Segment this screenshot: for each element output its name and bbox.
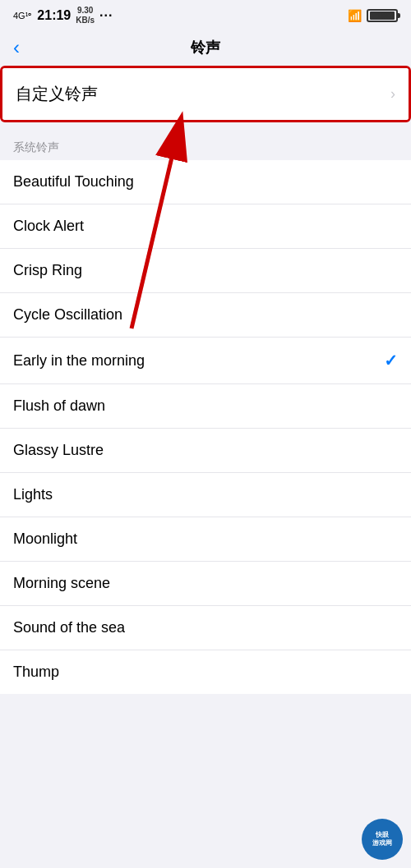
ringtone-name: Beautiful Touching xyxy=(13,173,134,191)
back-button[interactable]: ‹ xyxy=(13,36,20,59)
ringtone-name: Glassy Lustre xyxy=(13,442,104,459)
ringtone-item-sound-of-sea[interactable]: Sound of the sea xyxy=(0,606,411,650)
page-title: 铃声 xyxy=(191,38,220,57)
ringtone-name: Clock Alert xyxy=(13,218,84,235)
ringtone-name: Lights xyxy=(13,486,53,503)
selected-checkmark: ✓ xyxy=(384,351,398,370)
chevron-right-icon: › xyxy=(390,85,395,103)
ringtone-item-morning-scene[interactable]: Morning scene xyxy=(0,562,411,606)
ringtone-item-flush-of-dawn[interactable]: Flush of dawn xyxy=(0,384,411,429)
ringtone-name: Crisp Ring xyxy=(13,262,82,279)
ringtone-item-lights[interactable]: Lights xyxy=(0,473,411,517)
status-right-icons: 📶 100 xyxy=(348,9,398,22)
ringtone-name: Thump xyxy=(13,664,59,681)
watermark: 快眼游戏网 xyxy=(362,819,403,860)
wifi-icon: 📶 xyxy=(348,9,362,22)
custom-ringtone-section: 自定义铃声 › xyxy=(0,66,411,122)
ringtone-item-cycle-oscillation[interactable]: Cycle Oscillation xyxy=(0,293,411,338)
annotation-arrow xyxy=(0,0,411,868)
battery-indicator: 100 xyxy=(367,9,398,22)
ringtone-name: Morning scene xyxy=(13,575,110,592)
ringtone-name: Cycle Oscillation xyxy=(13,306,122,324)
time-display: 21:19 xyxy=(37,8,71,23)
svg-line-1 xyxy=(132,119,181,328)
network-indicator: 4G¹ᵒ xyxy=(13,11,32,21)
ringtone-item-clock-alert[interactable]: Clock Alert xyxy=(0,204,411,249)
ringtone-item-moonlight[interactable]: Moonlight xyxy=(0,517,411,562)
network-speed: 9.30KB/s xyxy=(76,6,95,25)
ringtone-list: Beautiful Touching Clock Alert Crisp Rin… xyxy=(0,160,411,694)
ringtone-name: Flush of dawn xyxy=(13,397,105,415)
ringtone-item-thump[interactable]: Thump xyxy=(0,650,411,694)
status-bar: 4G¹ᵒ 21:19 9.30KB/s ··· 📶 100 xyxy=(0,0,411,30)
ringtone-name: Moonlight xyxy=(13,530,77,548)
status-dots: ··· xyxy=(99,8,113,23)
navigation-bar: ‹ 铃声 xyxy=(0,30,411,66)
system-section-label: 系统铃声 xyxy=(0,135,411,160)
ringtone-item-early-morning[interactable]: Early in the morning ✓ xyxy=(0,338,411,384)
ringtone-item-beautiful-touching[interactable]: Beautiful Touching xyxy=(0,160,411,204)
custom-ringtone-label: 自定义铃声 xyxy=(16,83,98,105)
battery-level: 100 xyxy=(370,11,398,21)
ringtone-name: Sound of the sea xyxy=(13,619,125,636)
watermark-text: 快眼游戏网 xyxy=(372,831,392,847)
ringtone-item-crisp-ring[interactable]: Crisp Ring xyxy=(0,249,411,293)
ringtone-item-glassy-lustre[interactable]: Glassy Lustre xyxy=(0,429,411,473)
ringtone-name: Early in the morning xyxy=(13,352,145,370)
custom-ringtone-row[interactable]: 自定义铃声 › xyxy=(2,68,409,120)
